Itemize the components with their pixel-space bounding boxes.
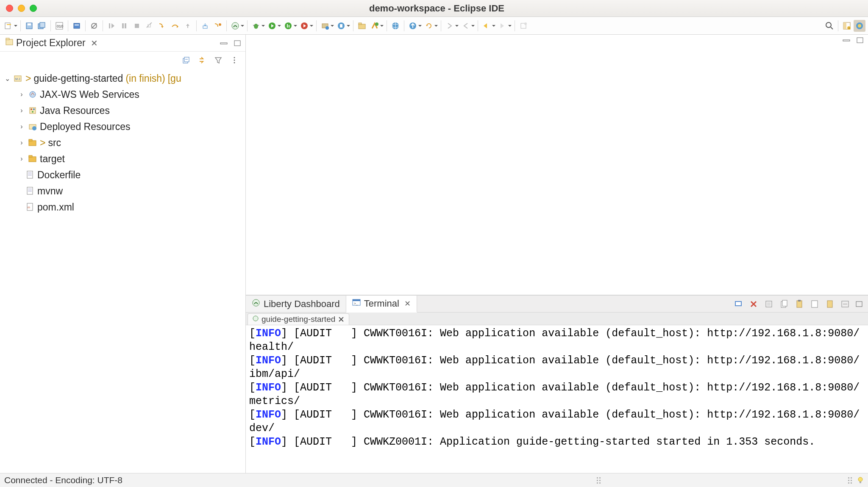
refresh-dropdown[interactable] xyxy=(434,24,438,28)
terminal-scroll-lock-button[interactable] xyxy=(824,298,836,310)
svg-point-57 xyxy=(234,60,235,61)
svg-rect-26 xyxy=(289,25,289,28)
tree-node-target[interactable]: › target xyxy=(3,151,245,167)
terminate-button[interactable] xyxy=(131,20,143,32)
terminal-session-tab[interactable]: guide-getting-started ✕ xyxy=(248,313,349,325)
new-type-dropdown[interactable] xyxy=(380,24,384,28)
terminal-connect-button[interactable] xyxy=(732,298,744,310)
next-annotation-dropdown[interactable] xyxy=(455,24,459,28)
toggle-breadcrumb-button[interactable] xyxy=(71,20,83,32)
drop-to-frame-button[interactable] xyxy=(199,20,211,32)
new-button[interactable] xyxy=(3,20,14,32)
search-button[interactable] xyxy=(823,20,835,32)
forward-button[interactable] xyxy=(497,20,509,32)
coverage-dropdown[interactable] xyxy=(293,24,298,28)
java-ee-perspective-button[interactable] xyxy=(854,20,865,32)
maximize-view-button[interactable] xyxy=(233,39,242,47)
new-package-button[interactable] xyxy=(356,20,368,32)
debug-button[interactable] xyxy=(250,20,262,32)
new-dropdown[interactable] xyxy=(14,24,18,28)
close-tab-button[interactable]: ✕ xyxy=(404,299,411,308)
view-menu-button[interactable] xyxy=(228,54,240,66)
save-all-button[interactable] xyxy=(36,20,48,32)
start-server-dropdown[interactable] xyxy=(346,24,351,28)
terminal-copy-button[interactable] xyxy=(778,298,790,310)
terminal-disconnect-button[interactable] xyxy=(748,298,760,310)
expand-toggle[interactable]: › xyxy=(18,91,25,98)
expand-toggle[interactable]: › xyxy=(18,139,25,147)
project-explorer-view: Project Explorer ✕ ⌄ M·J > guide-getting… xyxy=(0,35,246,473)
forward-dropdown[interactable] xyxy=(508,24,512,28)
binary-button[interactable]: 010 xyxy=(53,20,65,32)
filter-button[interactable] xyxy=(212,54,224,66)
javares-icon xyxy=(28,106,37,115)
tree-node-jaxws[interactable]: › JAX-WS Web Services xyxy=(3,86,245,102)
tree-node-mvnw[interactable]: mvnw xyxy=(3,183,245,199)
liberty-dropdown[interactable] xyxy=(240,24,245,28)
log-line: [INFO] [AUDIT ] CWWKT0016I: Web applicat… xyxy=(249,354,860,380)
terminal-settings-button[interactable] xyxy=(763,298,775,310)
terminal-output[interactable]: [INFO] [AUDIT ] CWWKT0016I: Web applicat… xyxy=(246,325,868,473)
save-button[interactable] xyxy=(23,20,35,32)
suspend-button[interactable] xyxy=(118,20,130,32)
open-perspective-button[interactable]: + xyxy=(841,20,853,32)
collapse-all-button[interactable] xyxy=(180,54,192,66)
prev-annotation-dropdown[interactable] xyxy=(471,24,475,28)
project-explorer-tab[interactable]: Project Explorer ✕ xyxy=(3,36,101,50)
terminal-wrap-button[interactable] xyxy=(839,298,851,310)
expand-toggle[interactable]: › xyxy=(18,107,25,114)
resume-button[interactable] xyxy=(106,20,117,32)
prev-annotation-button[interactable] xyxy=(460,20,472,32)
step-over-button[interactable] xyxy=(169,20,181,32)
tip-icon[interactable] xyxy=(857,475,864,485)
tree-node-pom[interactable]: m pom.xml xyxy=(3,199,245,215)
expand-toggle[interactable]: › xyxy=(18,123,25,130)
navigator-icon xyxy=(5,37,14,49)
terminal-paste-button[interactable] xyxy=(793,298,805,310)
new-server-button[interactable] xyxy=(319,20,331,32)
tree-root[interactable]: ⌄ M·J > guide-getting-started (in finish… xyxy=(3,70,245,86)
skip-breakpoints-button[interactable] xyxy=(88,20,100,32)
tree-node-dockerfile[interactable]: Dockerfile xyxy=(3,167,245,183)
expand-toggle[interactable]: › xyxy=(18,155,25,163)
run-last-button[interactable] xyxy=(298,20,310,32)
pin-editor-button[interactable] xyxy=(517,20,529,32)
web-browser-button[interactable] xyxy=(389,20,401,32)
run-dropdown[interactable] xyxy=(277,24,281,28)
run-button[interactable] xyxy=(266,20,278,32)
debug-dropdown[interactable] xyxy=(261,24,265,28)
tree-node-src[interactable]: › > src xyxy=(3,135,245,151)
link-editor-button[interactable] xyxy=(196,54,208,66)
new-server-dropdown[interactable] xyxy=(330,24,334,28)
project-tree[interactable]: ⌄ M·J > guide-getting-started (in finish… xyxy=(0,69,245,217)
minimize-editor-button[interactable] xyxy=(842,36,851,44)
close-view-button[interactable]: ✕ xyxy=(91,38,98,48)
start-server-button[interactable] xyxy=(335,20,347,32)
svg-rect-9 xyxy=(75,25,79,25)
maximize-bottom-button[interactable] xyxy=(854,300,864,308)
maximize-editor-button[interactable] xyxy=(855,36,865,44)
tab-terminal[interactable]: >_ Terminal ✕ xyxy=(346,296,417,313)
liberty-button[interactable] xyxy=(229,20,241,32)
coverage-button[interactable] xyxy=(282,20,294,32)
next-annotation-button[interactable] xyxy=(444,20,456,32)
back-dropdown[interactable] xyxy=(492,24,496,28)
tab-liberty-dashboard[interactable]: Liberty Dashboard xyxy=(246,296,346,312)
expand-toggle[interactable]: ⌄ xyxy=(3,75,11,83)
step-filters-button[interactable] xyxy=(212,20,224,32)
close-session-button[interactable]: ✕ xyxy=(338,315,345,324)
publish-dropdown[interactable] xyxy=(418,24,422,28)
tree-label: JAX-WS Web Services xyxy=(40,89,139,100)
back-button[interactable] xyxy=(481,20,492,32)
terminal-clear-button[interactable] xyxy=(809,298,821,310)
disconnect-button[interactable] xyxy=(144,20,156,32)
refresh-button[interactable] xyxy=(423,20,435,32)
publish-button[interactable] xyxy=(407,20,419,32)
run-last-dropdown[interactable] xyxy=(309,24,314,28)
minimize-view-button[interactable] xyxy=(219,39,228,47)
tree-node-javares[interactable]: › Java Resources xyxy=(3,102,245,119)
step-return-button[interactable] xyxy=(182,20,194,32)
tree-node-deployed[interactable]: › Deployed Resources xyxy=(3,119,245,135)
step-into-button[interactable] xyxy=(156,20,168,32)
new-type-button[interactable] xyxy=(369,20,381,32)
